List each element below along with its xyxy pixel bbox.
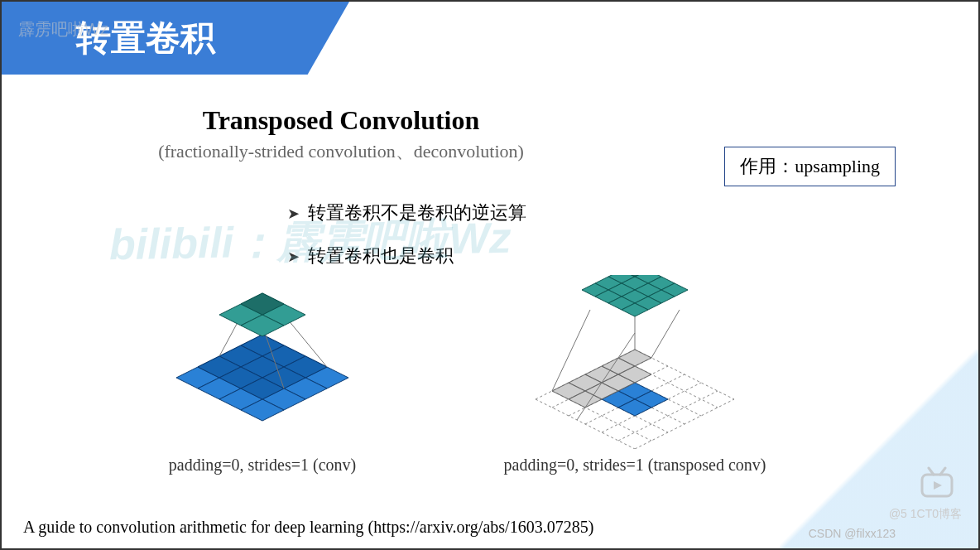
- transposed-conv-diagram: padding=0, strides=1 (transposed conv): [486, 275, 784, 466]
- bullet-item: 转置卷积不是卷积的逆运算: [287, 200, 526, 225]
- svg-marker-85: [934, 481, 942, 490]
- usage-badge: 作用：upsampling: [724, 147, 896, 186]
- bilibili-tv-icon: [919, 466, 955, 503]
- subtitle: (fractionally-strided convolution、deconv…: [2, 139, 680, 164]
- transposed-conv-svg: [486, 275, 784, 449]
- csdn-watermark: CSDN @filxx123: [809, 527, 896, 540]
- usage-badge-text: 作用：upsampling: [740, 156, 880, 176]
- conv-diagram: padding=0, strides=1 (conv): [130, 275, 395, 466]
- conv-svg: [130, 275, 395, 449]
- bullet-item: 转置卷积也是卷积: [287, 244, 526, 268]
- bullet-list: 转置卷积不是卷积的逆运算 转置卷积也是卷积: [287, 200, 526, 287]
- svg-line-63: [651, 310, 680, 358]
- heading-block: Transposed Convolution (fractionally-str…: [2, 105, 680, 164]
- main-title: Transposed Convolution: [2, 105, 680, 136]
- reference-text: A guide to convolution arithmetic for de…: [23, 518, 593, 537]
- corner-watermark: @5 1CT0博客: [889, 507, 962, 522]
- watermark-top-left: 霹雳吧啦Wz: [18, 18, 108, 41]
- conv-caption: padding=0, strides=1 (conv): [130, 456, 395, 475]
- diagram-area: padding=0, strides=1 (conv): [84, 275, 829, 466]
- transposed-conv-caption: padding=0, strides=1 (transposed conv): [486, 456, 784, 475]
